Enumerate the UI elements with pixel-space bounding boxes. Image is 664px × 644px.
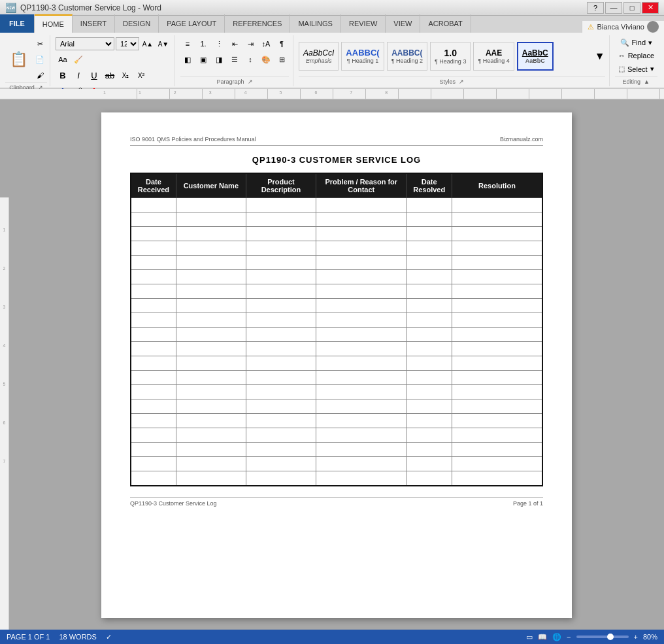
decrease-indent-button[interactable]: ⇤ [227, 37, 242, 51]
table-cell[interactable] [131, 471, 176, 486]
table-cell[interactable] [452, 371, 542, 385]
table-cell[interactable] [407, 212, 452, 227]
table-cell[interactable] [176, 212, 246, 227]
table-cell[interactable] [246, 328, 316, 342]
table-cell[interactable] [407, 399, 452, 414]
italic-button[interactable]: I [71, 68, 86, 82]
table-cell[interactable] [316, 313, 407, 328]
table-cell[interactable] [246, 227, 316, 241]
tab-file[interactable]: FILE [0, 14, 35, 33]
table-cell[interactable] [176, 198, 246, 212]
table-cell[interactable] [407, 256, 452, 270]
table-cell[interactable] [452, 270, 542, 284]
select-button[interactable]: ⬚ Select ▾ [615, 63, 657, 75]
table-cell[interactable] [176, 471, 246, 486]
table-cell[interactable] [407, 443, 452, 457]
zoom-out-button[interactable]: − [567, 633, 571, 641]
tab-view[interactable]: VIEW [386, 14, 420, 33]
maximize-button[interactable]: □ [623, 2, 640, 14]
table-cell[interactable] [131, 328, 176, 342]
font-size-select[interactable]: 12 [116, 37, 139, 50]
table-cell[interactable] [316, 385, 407, 399]
font-name-select[interactable]: Arial [56, 37, 114, 50]
table-cell[interactable] [407, 299, 452, 313]
table-cell[interactable] [407, 270, 452, 284]
table-cell[interactable] [407, 241, 452, 256]
table-cell[interactable] [246, 342, 316, 356]
multilevel-list-button[interactable]: ⋮ [212, 37, 226, 51]
table-cell[interactable] [316, 299, 407, 313]
table-cell[interactable] [131, 212, 176, 227]
table-cell[interactable] [407, 457, 452, 471]
cut-button[interactable]: ✂ [33, 37, 47, 51]
table-cell[interactable] [176, 414, 246, 428]
style-emphasis[interactable]: AaBbCcI Emphasis [299, 42, 339, 71]
table-cell[interactable] [316, 457, 407, 471]
table-cell[interactable] [176, 385, 246, 399]
table-cell[interactable] [316, 399, 407, 414]
style-heading2[interactable]: AABBC( ¶ Heading 2 [387, 42, 427, 71]
table-cell[interactable] [452, 328, 542, 342]
tab-page-layout[interactable]: PAGE LAYOUT [159, 14, 225, 33]
table-cell[interactable] [176, 270, 246, 284]
table-cell[interactable] [452, 457, 542, 471]
format-painter-button[interactable]: 🖌 [33, 68, 47, 82]
table-cell[interactable] [407, 428, 452, 443]
tab-home[interactable]: HOME [35, 14, 73, 33]
table-cell[interactable] [452, 356, 542, 371]
table-cell[interactable] [407, 385, 452, 399]
table-cell[interactable] [176, 371, 246, 385]
justify-button[interactable]: ☰ [227, 52, 242, 67]
table-cell[interactable] [316, 371, 407, 385]
tab-references[interactable]: REFERENCES [225, 14, 290, 33]
style-normal[interactable]: AaBbC AaBbC [517, 42, 554, 71]
find-button[interactable]: 🔍 Find ▾ [615, 37, 657, 48]
shrink-font-button[interactable]: A▼ [156, 37, 171, 51]
table-cell[interactable] [452, 299, 542, 313]
table-cell[interactable] [131, 313, 176, 328]
view-print-button[interactable]: ▭ [526, 633, 533, 641]
table-cell[interactable] [176, 227, 246, 241]
table-cell[interactable] [407, 198, 452, 212]
table-cell[interactable] [131, 414, 176, 428]
view-web-button[interactable]: 🌐 [552, 633, 561, 641]
table-cell[interactable] [452, 399, 542, 414]
table-cell[interactable] [176, 241, 246, 256]
table-cell[interactable] [246, 299, 316, 313]
table-cell[interactable] [246, 443, 316, 457]
table-cell[interactable] [246, 256, 316, 270]
table-cell[interactable] [246, 471, 316, 486]
table-cell[interactable] [316, 342, 407, 356]
table-cell[interactable] [407, 342, 452, 356]
table-cell[interactable] [246, 356, 316, 371]
show-formatting-button[interactable]: ¶ [274, 37, 289, 51]
table-cell[interactable] [407, 313, 452, 328]
replace-button[interactable]: ↔ Replace [615, 50, 657, 61]
table-cell[interactable] [246, 414, 316, 428]
table-cell[interactable] [452, 342, 542, 356]
table-cell[interactable] [176, 399, 246, 414]
table-cell[interactable] [452, 284, 542, 299]
table-cell[interactable] [452, 227, 542, 241]
table-cell[interactable] [131, 443, 176, 457]
table-cell[interactable] [407, 227, 452, 241]
table-cell[interactable] [176, 256, 246, 270]
tab-design[interactable]: DESIGN [115, 14, 159, 33]
table-cell[interactable] [246, 313, 316, 328]
table-cell[interactable] [131, 428, 176, 443]
table-cell[interactable] [452, 241, 542, 256]
bold-button[interactable]: B [56, 68, 70, 82]
table-cell[interactable] [452, 256, 542, 270]
subscript-button[interactable]: X₂ [118, 68, 133, 82]
view-full-reading-button[interactable]: 📖 [538, 633, 547, 641]
table-cell[interactable] [131, 270, 176, 284]
table-cell[interactable] [246, 212, 316, 227]
table-cell[interactable] [452, 443, 542, 457]
proofing-icon[interactable]: ✓ [106, 633, 112, 641]
table-cell[interactable] [316, 270, 407, 284]
table-cell[interactable] [407, 414, 452, 428]
tab-review[interactable]: REVIEW [341, 14, 386, 33]
table-cell[interactable] [316, 198, 407, 212]
table-cell[interactable] [131, 342, 176, 356]
table-cell[interactable] [246, 198, 316, 212]
